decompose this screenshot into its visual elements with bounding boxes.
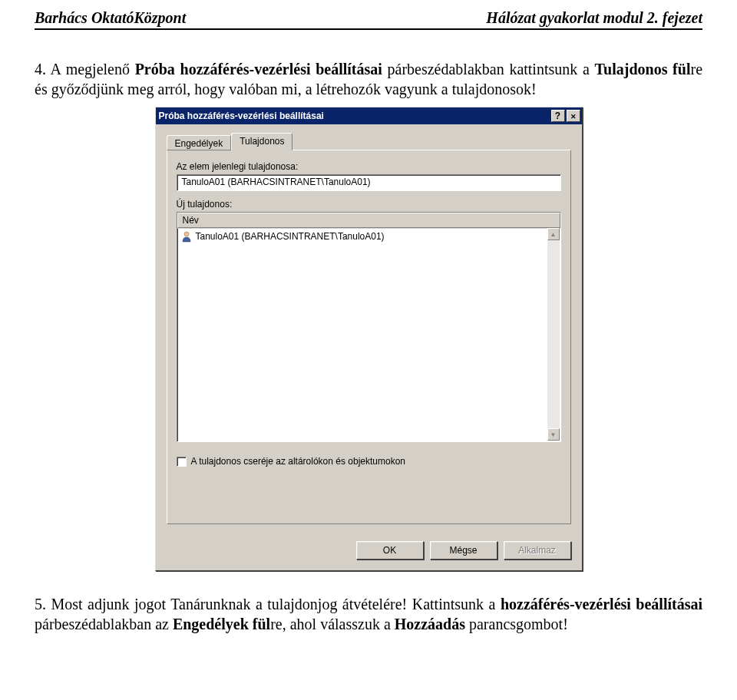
dialog-titlebar[interactable]: Próba hozzáférés-vezérlési beállításai bbox=[156, 107, 582, 124]
checkbox-label: A tulajdonos cseréje az altárolókon és o… bbox=[191, 456, 406, 467]
paragraph-5: 5. Most adjunk jogot Tanárunknak a tulaj… bbox=[35, 594, 702, 634]
header-left: Barhács OktatóKözpont bbox=[35, 9, 186, 27]
page-header: Barhács OktatóKözpont Hálózat gyakorlat … bbox=[35, 9, 702, 30]
apply-button[interactable]: Alkalmaz bbox=[504, 541, 571, 560]
ok-button[interactable]: OK bbox=[356, 541, 424, 560]
help-button[interactable] bbox=[551, 110, 565, 122]
scroll-down-icon[interactable]: ▼ bbox=[547, 428, 560, 441]
new-owner-listbox[interactable]: Név TanuloA01 (BARHACSINTRANET\TanuloA01… bbox=[177, 212, 561, 442]
tab-strip: Engedélyek Tulajdonos bbox=[167, 132, 571, 150]
paragraph-4: 4. A megjelenő Próba hozzáférés-vezérlés… bbox=[35, 59, 702, 99]
scroll-up-icon[interactable]: ▲ bbox=[547, 228, 560, 240]
list-item-label: TanuloA01 (BARHACSINTRANET\TanuloA01) bbox=[196, 231, 385, 242]
col-header-name[interactable]: Név bbox=[177, 213, 560, 228]
cancel-button[interactable]: Mégse bbox=[430, 541, 497, 560]
close-icon bbox=[570, 112, 577, 121]
user-icon bbox=[180, 230, 193, 243]
vertical-scrollbar[interactable]: ▲ ▼ bbox=[547, 228, 560, 441]
tab-permissions[interactable]: Engedélyek bbox=[167, 135, 232, 150]
current-owner-label: Az elem jelenlegi tulajdonosa: bbox=[177, 161, 561, 172]
list-item[interactable]: TanuloA01 (BARHACSINTRANET\TanuloA01) bbox=[177, 229, 560, 244]
close-button[interactable] bbox=[567, 110, 580, 122]
svg-point-0 bbox=[184, 232, 189, 236]
owner-tab-panel: Az elem jelenlegi tulajdonosa: TanuloA01… bbox=[167, 150, 571, 524]
replace-owner-checkbox-row[interactable]: A tulajdonos cseréje az altárolókon és o… bbox=[177, 456, 561, 467]
header-right: Hálózat gyakorlat modul 2. fejezet bbox=[486, 9, 702, 27]
current-owner-field[interactable]: TanuloA01 (BARHACSINTRANET\TanuloA01) bbox=[177, 174, 561, 191]
question-icon bbox=[555, 111, 560, 121]
dialog-title: Próba hozzáférés-vezérlési beállításai bbox=[159, 111, 324, 121]
dialog-button-row: OK Mégse Alkalmaz bbox=[156, 533, 582, 570]
access-control-dialog: Próba hozzáférés-vezérlési beállításai E… bbox=[155, 107, 583, 571]
tab-owner[interactable]: Tulajdonos bbox=[231, 133, 292, 150]
new-owner-label: Új tulajdonos: bbox=[177, 199, 561, 210]
checkbox-icon[interactable] bbox=[177, 457, 187, 467]
scroll-track[interactable] bbox=[547, 240, 560, 428]
